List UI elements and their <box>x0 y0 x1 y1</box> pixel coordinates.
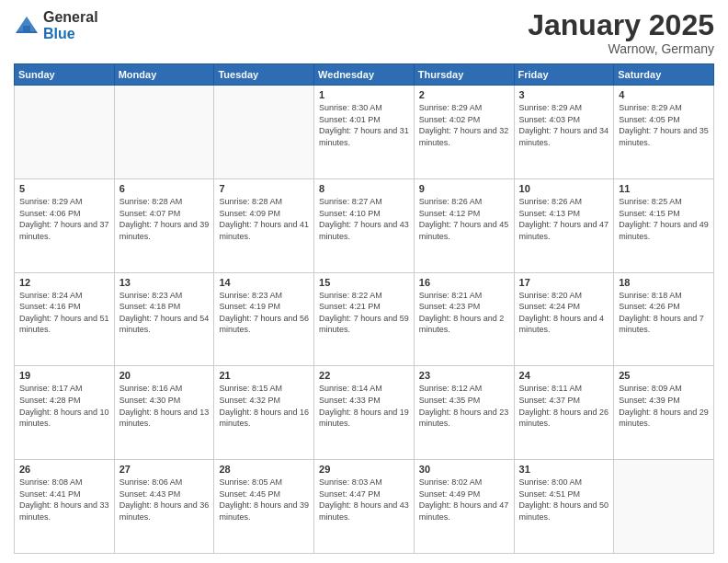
day-number: 13 <box>119 277 210 288</box>
calendar-cell: 18Sunrise: 8:18 AM Sunset: 4:26 PM Dayli… <box>614 272 714 366</box>
day-info: Sunrise: 8:00 AM Sunset: 4:51 PM Dayligh… <box>519 477 609 523</box>
day-number: 21 <box>219 370 309 381</box>
day-info: Sunrise: 8:02 AM Sunset: 4:49 PM Dayligh… <box>419 477 509 523</box>
day-info: Sunrise: 8:14 AM Sunset: 4:33 PM Dayligh… <box>319 383 409 429</box>
calendar-cell: 7Sunrise: 8:28 AM Sunset: 4:09 PM Daylig… <box>214 178 314 272</box>
calendar-cell: 5Sunrise: 8:29 AM Sunset: 4:06 PM Daylig… <box>15 178 115 272</box>
day-number: 6 <box>119 183 210 194</box>
day-number: 11 <box>619 183 709 194</box>
day-info: Sunrise: 8:17 AM Sunset: 4:28 PM Dayligh… <box>19 383 109 429</box>
day-info: Sunrise: 8:24 AM Sunset: 4:16 PM Dayligh… <box>19 290 109 336</box>
day-number: 25 <box>619 370 709 381</box>
day-info: Sunrise: 8:26 AM Sunset: 4:12 PM Dayligh… <box>419 196 509 242</box>
day-number: 27 <box>119 464 210 475</box>
day-info: Sunrise: 8:29 AM Sunset: 4:02 PM Dayligh… <box>419 102 509 148</box>
calendar-cell: 24Sunrise: 8:11 AM Sunset: 4:37 PM Dayli… <box>514 366 614 460</box>
calendar-cell: 8Sunrise: 8:27 AM Sunset: 4:10 PM Daylig… <box>314 178 415 272</box>
day-info: Sunrise: 8:05 AM Sunset: 4:45 PM Dayligh… <box>219 477 309 523</box>
location: Warnow, Germany <box>528 41 714 56</box>
day-number: 23 <box>419 370 509 381</box>
day-info: Sunrise: 8:16 AM Sunset: 4:30 PM Dayligh… <box>119 383 210 429</box>
day-info: Sunrise: 8:12 AM Sunset: 4:35 PM Dayligh… <box>419 383 509 429</box>
svg-rect-2 <box>23 26 30 33</box>
calendar-cell: 15Sunrise: 8:22 AM Sunset: 4:21 PM Dayli… <box>314 272 415 366</box>
day-number: 4 <box>619 89 709 100</box>
day-info: Sunrise: 8:22 AM Sunset: 4:21 PM Dayligh… <box>319 290 409 336</box>
calendar-cell <box>214 86 314 179</box>
day-info: Sunrise: 8:23 AM Sunset: 4:18 PM Dayligh… <box>119 290 210 336</box>
calendar-cell <box>15 86 115 179</box>
day-number: 31 <box>519 464 609 475</box>
calendar-week-row-3: 19Sunrise: 8:17 AM Sunset: 4:28 PM Dayli… <box>15 366 714 460</box>
calendar-cell: 9Sunrise: 8:26 AM Sunset: 4:12 PM Daylig… <box>414 178 514 272</box>
calendar-cell: 22Sunrise: 8:14 AM Sunset: 4:33 PM Dayli… <box>314 366 415 460</box>
header: General Blue January 2025 Warnow, German… <box>14 9 714 56</box>
day-number: 26 <box>19 464 109 475</box>
day-info: Sunrise: 8:28 AM Sunset: 4:07 PM Dayligh… <box>119 196 210 242</box>
day-info: Sunrise: 8:15 AM Sunset: 4:32 PM Dayligh… <box>219 383 309 429</box>
calendar-cell: 23Sunrise: 8:12 AM Sunset: 4:35 PM Dayli… <box>414 366 514 460</box>
day-number: 24 <box>519 370 609 381</box>
month-title: January 2025 <box>528 9 714 41</box>
day-info: Sunrise: 8:29 AM Sunset: 4:05 PM Dayligh… <box>619 102 709 148</box>
day-number: 3 <box>519 89 609 100</box>
logo: General Blue <box>14 9 98 41</box>
calendar-cell: 29Sunrise: 8:03 AM Sunset: 4:47 PM Dayli… <box>314 460 415 554</box>
calendar-cell: 19Sunrise: 8:17 AM Sunset: 4:28 PM Dayli… <box>15 366 115 460</box>
logo-blue-text: Blue <box>43 26 98 42</box>
col-saturday: Saturday <box>614 64 714 86</box>
day-number: 9 <box>419 183 509 194</box>
calendar-header-row: Sunday Monday Tuesday Wednesday Thursday… <box>15 64 714 86</box>
calendar-cell: 6Sunrise: 8:28 AM Sunset: 4:07 PM Daylig… <box>114 178 214 272</box>
col-wednesday: Wednesday <box>314 64 415 86</box>
calendar-cell: 30Sunrise: 8:02 AM Sunset: 4:49 PM Dayli… <box>414 460 514 554</box>
day-info: Sunrise: 8:09 AM Sunset: 4:39 PM Dayligh… <box>619 383 709 429</box>
col-thursday: Thursday <box>414 64 514 86</box>
day-info: Sunrise: 8:23 AM Sunset: 4:19 PM Dayligh… <box>219 290 309 336</box>
col-tuesday: Tuesday <box>214 64 314 86</box>
calendar-week-row-4: 26Sunrise: 8:08 AM Sunset: 4:41 PM Dayli… <box>15 460 714 554</box>
day-number: 28 <box>219 464 309 475</box>
calendar-cell: 2Sunrise: 8:29 AM Sunset: 4:02 PM Daylig… <box>414 86 514 179</box>
logo-general-text: General <box>43 9 98 26</box>
calendar-week-row-1: 5Sunrise: 8:29 AM Sunset: 4:06 PM Daylig… <box>15 178 714 272</box>
calendar-cell: 1Sunrise: 8:30 AM Sunset: 4:01 PM Daylig… <box>314 86 415 179</box>
calendar-cell: 3Sunrise: 8:29 AM Sunset: 4:03 PM Daylig… <box>514 86 614 179</box>
calendar-cell: 28Sunrise: 8:05 AM Sunset: 4:45 PM Dayli… <box>214 460 314 554</box>
day-number: 2 <box>419 89 509 100</box>
day-number: 19 <box>19 370 109 381</box>
day-number: 5 <box>19 183 109 194</box>
day-info: Sunrise: 8:03 AM Sunset: 4:47 PM Dayligh… <box>319 477 409 523</box>
calendar-cell <box>114 86 214 179</box>
calendar-cell: 16Sunrise: 8:21 AM Sunset: 4:23 PM Dayli… <box>414 272 514 366</box>
calendar-cell: 17Sunrise: 8:20 AM Sunset: 4:24 PM Dayli… <box>514 272 614 366</box>
col-monday: Monday <box>114 64 214 86</box>
page: General Blue January 2025 Warnow, German… <box>0 0 728 563</box>
day-info: Sunrise: 8:20 AM Sunset: 4:24 PM Dayligh… <box>519 290 609 336</box>
calendar-cell: 20Sunrise: 8:16 AM Sunset: 4:30 PM Dayli… <box>114 366 214 460</box>
day-number: 18 <box>619 277 709 288</box>
day-info: Sunrise: 8:29 AM Sunset: 4:06 PM Dayligh… <box>19 196 109 242</box>
day-info: Sunrise: 8:18 AM Sunset: 4:26 PM Dayligh… <box>619 290 709 336</box>
day-number: 7 <box>219 183 309 194</box>
day-info: Sunrise: 8:06 AM Sunset: 4:43 PM Dayligh… <box>119 477 210 523</box>
day-number: 15 <box>319 277 409 288</box>
day-info: Sunrise: 8:29 AM Sunset: 4:03 PM Dayligh… <box>519 102 609 148</box>
day-number: 30 <box>419 464 509 475</box>
calendar-cell: 4Sunrise: 8:29 AM Sunset: 4:05 PM Daylig… <box>614 86 714 179</box>
day-info: Sunrise: 8:21 AM Sunset: 4:23 PM Dayligh… <box>419 290 509 336</box>
logo-text: General Blue <box>43 9 98 41</box>
calendar-cell: 11Sunrise: 8:25 AM Sunset: 4:15 PM Dayli… <box>614 178 714 272</box>
col-friday: Friday <box>514 64 614 86</box>
day-number: 20 <box>119 370 210 381</box>
calendar-cell: 21Sunrise: 8:15 AM Sunset: 4:32 PM Dayli… <box>214 366 314 460</box>
calendar-cell: 27Sunrise: 8:06 AM Sunset: 4:43 PM Dayli… <box>114 460 214 554</box>
title-block: January 2025 Warnow, Germany <box>528 9 714 56</box>
calendar-cell: 12Sunrise: 8:24 AM Sunset: 4:16 PM Dayli… <box>15 272 115 366</box>
day-number: 12 <box>19 277 109 288</box>
calendar-week-row-2: 12Sunrise: 8:24 AM Sunset: 4:16 PM Dayli… <box>15 272 714 366</box>
calendar-cell: 10Sunrise: 8:26 AM Sunset: 4:13 PM Dayli… <box>514 178 614 272</box>
day-number: 10 <box>519 183 609 194</box>
day-number: 14 <box>219 277 309 288</box>
day-number: 1 <box>319 89 409 100</box>
